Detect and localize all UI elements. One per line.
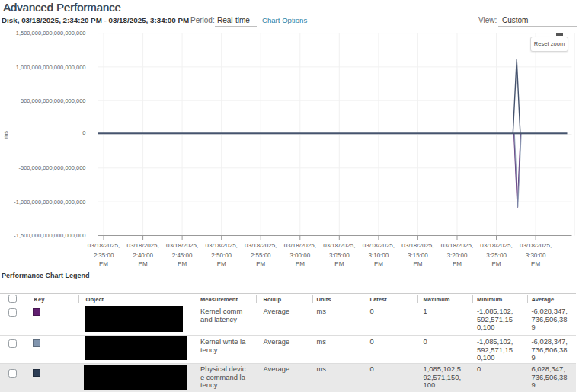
svg-text:03/18/2025,: 03/18/2025,: [245, 242, 277, 249]
svg-text:1,000,000,000,000,000,000: 1,000,000,000,000,000,000: [16, 64, 86, 71]
svg-text:3:05:00: 3:05:00: [329, 252, 350, 259]
svg-text:3:25:00: 3:25:00: [486, 252, 507, 259]
svg-text:PM: PM: [413, 260, 422, 267]
svg-text:3:20:00: 3:20:00: [447, 252, 468, 259]
svg-text:03/18/2025,: 03/18/2025,: [206, 242, 238, 249]
svg-text:-1,000,000,000,000,000,000: -1,000,000,000,000,000,000: [14, 199, 85, 206]
svg-text:0: 0: [82, 129, 85, 136]
svg-text:-500,000,000,000,000,000: -500,000,000,000,000,000: [19, 164, 86, 171]
svg-text:03/18/2025,: 03/18/2025,: [323, 242, 355, 249]
svg-text:3:10:00: 3:10:00: [369, 252, 389, 259]
svg-text:PM: PM: [256, 260, 265, 267]
svg-text:1,500,000,000,000,000,000: 1,500,000,000,000,000,000: [16, 30, 86, 37]
svg-text:03/18/2025,: 03/18/2025,: [88, 242, 120, 249]
svg-text:PM: PM: [374, 260, 383, 267]
svg-text:3:00:00: 3:00:00: [290, 252, 310, 259]
svg-text:03/18/2025,: 03/18/2025,: [520, 242, 552, 249]
svg-text:PM: PM: [492, 260, 501, 267]
svg-text:PM: PM: [217, 260, 226, 267]
svg-text:500,000,000,000,000,000: 500,000,000,000,000,000: [21, 97, 86, 104]
svg-text:03/18/2025,: 03/18/2025,: [401, 242, 433, 249]
svg-text:3:30:00: 3:30:00: [526, 252, 546, 259]
svg-text:2:55:00: 2:55:00: [251, 252, 271, 259]
svg-text:2:35:00: 2:35:00: [94, 252, 114, 259]
svg-text:03/18/2025,: 03/18/2025,: [480, 242, 512, 249]
svg-text:PM: PM: [178, 260, 187, 267]
svg-text:-1,500,000,000,000,000,000: -1,500,000,000,000,000,000: [14, 232, 85, 239]
svg-text:PM: PM: [139, 260, 148, 267]
svg-text:03/18/2025,: 03/18/2025,: [284, 242, 316, 249]
svg-text:3:15:00: 3:15:00: [408, 252, 428, 259]
svg-text:PM: PM: [453, 260, 462, 267]
svg-text:PM: PM: [531, 260, 540, 267]
svg-text:2:50:00: 2:50:00: [211, 252, 232, 259]
svg-text:03/18/2025,: 03/18/2025,: [363, 242, 395, 249]
svg-text:PM: PM: [296, 260, 305, 267]
svg-text:PM: PM: [334, 260, 344, 267]
svg-text:2:40:00: 2:40:00: [133, 252, 153, 259]
svg-text:03/18/2025,: 03/18/2025,: [166, 242, 198, 249]
svg-text:PM: PM: [99, 260, 108, 267]
svg-text:03/18/2025,: 03/18/2025,: [126, 242, 158, 249]
svg-text:2:45:00: 2:45:00: [172, 252, 193, 259]
svg-text:ms: ms: [2, 131, 9, 139]
svg-text:03/18/2025,: 03/18/2025,: [441, 242, 473, 249]
